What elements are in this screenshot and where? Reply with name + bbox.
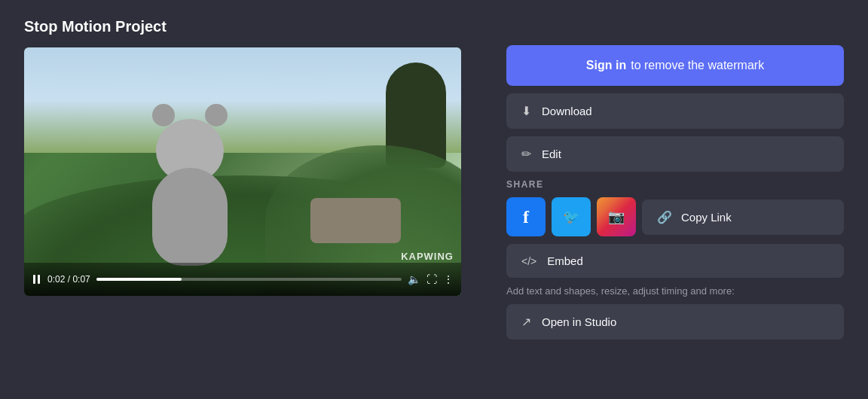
facebook-icon: f — [523, 207, 529, 227]
open-external-icon: ↗ — [521, 315, 531, 329]
watermark-text: KAPWING — [401, 251, 454, 262]
pause-icon — [33, 275, 40, 284]
share-row: f 🐦 📷 🔗 Copy Link — [506, 197, 844, 236]
copy-link-label: Copy Link — [681, 211, 732, 224]
bear-ear-right — [205, 104, 228, 126]
embed-button[interactable]: </> Embed — [506, 244, 844, 278]
share-label: SHARE — [506, 179, 844, 190]
progress-bar-fill — [96, 278, 182, 281]
right-controls: 🔈 ⛶ ⋮ — [408, 273, 454, 285]
download-icon: ⬇ — [521, 104, 531, 118]
left-panel: Stop Motion Project KAPWING — [24, 18, 476, 296]
download-button[interactable]: ⬇ Download — [506, 93, 844, 129]
edit-icon: ✏ — [521, 147, 531, 161]
copy-link-button[interactable]: 🔗 Copy Link — [642, 200, 844, 235]
embed-label: Embed — [547, 254, 583, 267]
sign-in-normal-text: to remove the watermark — [631, 59, 764, 72]
embed-icon: </> — [521, 255, 536, 267]
video-thumbnail: KAPWING — [24, 47, 461, 296]
edit-label: Edit — [542, 148, 561, 160]
character-figure — [130, 115, 250, 266]
twitter-button[interactable]: 🐦 — [552, 197, 591, 236]
bear-body — [152, 168, 228, 266]
pause-button[interactable] — [32, 273, 41, 285]
more-options-icon[interactable]: ⋮ — [443, 273, 454, 285]
add-tools-description: Add text and shapes, resize, adjust timi… — [506, 285, 844, 297]
link-icon: 🔗 — [657, 210, 672, 224]
volume-icon[interactable]: 🔈 — [408, 273, 420, 285]
instagram-icon: 📷 — [608, 209, 625, 225]
download-label: Download — [542, 105, 592, 117]
share-section: SHARE f 🐦 📷 🔗 Copy Link — [506, 179, 844, 236]
sign-in-button[interactable]: Sign in to remove the watermark — [506, 45, 844, 86]
twitter-icon: 🐦 — [563, 209, 579, 225]
open-in-studio-button[interactable]: ↗ Open in Studio — [506, 304, 844, 340]
facebook-button[interactable]: f — [506, 197, 546, 236]
right-panel: Sign in to remove the watermark ⬇ Downlo… — [476, 18, 844, 340]
video-player[interactable]: KAPWING 0:02 / 0:07 🔈 ⛶ ⋮ — [24, 47, 461, 296]
time-display: 0:02 / 0:07 — [47, 274, 90, 285]
sign-in-bold-text: Sign in — [586, 59, 626, 72]
edit-button[interactable]: ✏ Edit — [506, 136, 844, 172]
progress-bar[interactable] — [96, 278, 402, 281]
fullscreen-icon[interactable]: ⛶ — [426, 273, 437, 285]
instagram-button[interactable]: 📷 — [597, 197, 636, 236]
video-controls-bar: 0:02 / 0:07 🔈 ⛶ ⋮ — [24, 263, 461, 296]
open-studio-label: Open in Studio — [542, 315, 616, 328]
stone-wall — [310, 198, 401, 243]
page-title: Stop Motion Project — [24, 18, 476, 35]
